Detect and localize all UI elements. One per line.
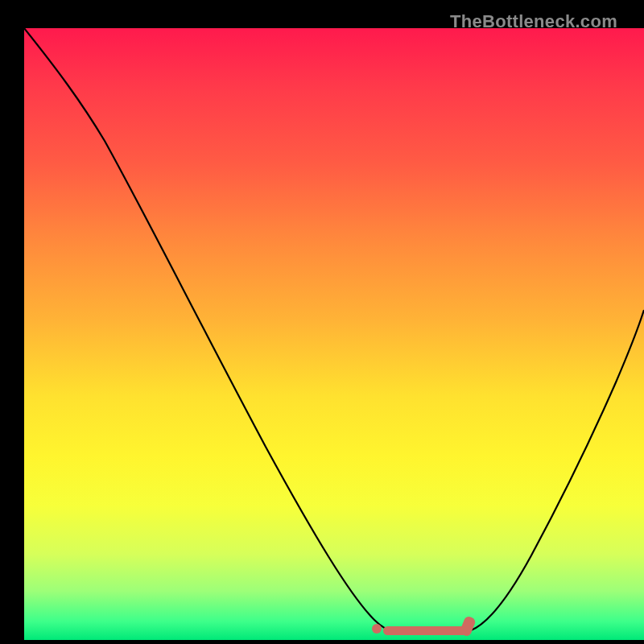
bottleneck-curve xyxy=(24,28,644,640)
valley-highlight-bar xyxy=(383,626,467,635)
chart-plot-area xyxy=(24,28,644,640)
valley-start-dot xyxy=(372,624,382,634)
chart-frame: TheBottleneck.com xyxy=(12,8,632,632)
